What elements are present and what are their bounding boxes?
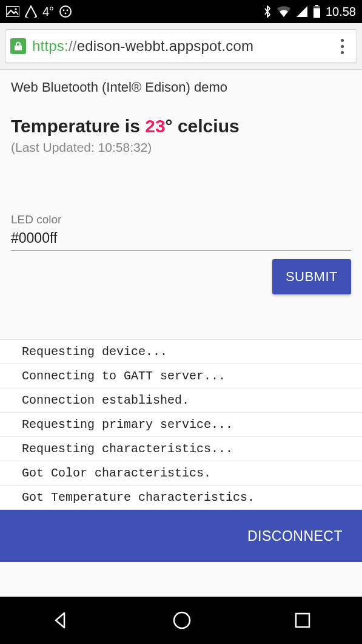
svg-rect-11	[296, 614, 309, 627]
bottom-action-bar: DISCONNECT	[0, 510, 362, 562]
cell-signal-icon	[296, 5, 308, 18]
log-item: Got Color characteristics.	[0, 461, 362, 486]
log-item: Connection established.	[0, 388, 362, 413]
svg-rect-8	[313, 7, 320, 8]
temperature-heading: Temperature is 23° celcius	[11, 116, 351, 137]
nav-back-button[interactable]	[51, 611, 70, 630]
url-host: edison-webbt.appspot.com	[77, 38, 254, 54]
android-nav-bar	[0, 597, 362, 644]
android-status-bar: 4° 10.58	[0, 0, 362, 23]
outdoor-temp: 4°	[42, 5, 54, 19]
battery-icon	[313, 5, 321, 18]
image-icon	[6, 6, 19, 17]
led-color-field: LED color SUBMIT	[11, 213, 351, 294]
url-text: https://edison-webbt.appspot.com	[32, 38, 253, 55]
temp-suffix: ° celcius	[166, 116, 240, 136]
updated-time: 10:58:32	[98, 140, 148, 154]
svg-point-1	[15, 8, 16, 10]
lock-icon	[10, 38, 26, 54]
url-separator: //	[69, 38, 77, 54]
face-icon	[59, 5, 72, 18]
svg-point-10	[174, 612, 190, 628]
status-left: 4°	[6, 5, 72, 19]
peak-icon	[24, 5, 38, 18]
bluetooth-icon	[263, 5, 272, 18]
content: Web Bluetooth (Intel® Edison) demo Tempe…	[0, 70, 362, 294]
updated-prefix: (Last Updated:	[11, 140, 98, 154]
log-item: Requesting device...	[0, 340, 362, 364]
svg-rect-9	[15, 46, 22, 50]
log-list: Requesting device... Connecting to GATT …	[0, 339, 362, 510]
disconnect-button[interactable]: DISCONNECT	[247, 528, 343, 544]
svg-point-2	[60, 6, 71, 17]
clock: 10.58	[326, 5, 356, 19]
last-updated: (Last Updated: 10:58:32)	[11, 140, 351, 155]
svg-point-3	[63, 10, 65, 12]
svg-point-5	[65, 13, 67, 15]
browser-chrome: https://edison-webbt.appspot.com	[0, 23, 362, 70]
status-right: 10.58	[263, 5, 356, 19]
nav-recent-button[interactable]	[293, 611, 312, 629]
updated-suffix: )	[147, 140, 152, 154]
submit-button[interactable]: SUBMIT	[272, 259, 351, 294]
svg-rect-6	[315, 5, 318, 7]
svg-point-4	[67, 10, 69, 12]
log-item: Requesting characteristics...	[0, 437, 362, 461]
log-item: Requesting primary service...	[0, 413, 362, 437]
browser-menu-button[interactable]	[332, 39, 352, 54]
temp-prefix: Temperature is	[11, 116, 145, 136]
led-color-input[interactable]	[11, 229, 351, 251]
url-scheme: https:	[32, 38, 69, 54]
nav-home-button[interactable]	[172, 610, 192, 631]
wifi-icon	[277, 5, 291, 18]
temp-value: 23	[145, 116, 165, 136]
log-item: Got Temperature characteristics.	[0, 486, 362, 510]
demo-title: Web Bluetooth (Intel® Edison) demo	[11, 80, 351, 95]
url-bar[interactable]: https://edison-webbt.appspot.com	[5, 29, 357, 63]
log-item: Connecting to GATT server...	[0, 364, 362, 388]
led-color-label: LED color	[11, 213, 351, 226]
page: Web Bluetooth (Intel® Edison) demo Tempe…	[0, 70, 362, 597]
